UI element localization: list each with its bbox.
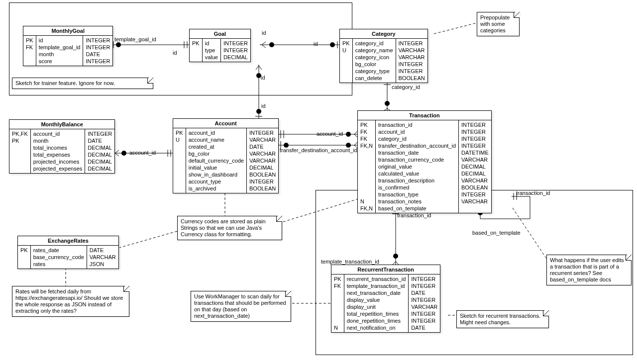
svg-line-12 — [256, 66, 259, 70]
entity-title: RecurrentTransaction — [331, 265, 440, 274]
edge-label: id — [261, 103, 266, 109]
entity-title: Category — [340, 29, 427, 39]
entity-monthlygoal: MonthlyGoalPKFK idtemplate_goal_idmonths… — [23, 26, 113, 66]
field-col: transaction_idaccount_idcategory_idtrans… — [376, 120, 459, 213]
note: Sketch for recurrent transactions. Might… — [456, 310, 549, 328]
edge-label: based_on_template — [472, 230, 521, 236]
entity-title: MonthlyBalance — [9, 120, 114, 129]
entity-title: ExchangeRates — [18, 236, 118, 246]
type-col: INTEGERDATEDECIMALDECIMALDECIMALDECIMAL — [85, 129, 114, 173]
svg-point-49 — [393, 254, 398, 259]
edge-label: account_id — [129, 150, 156, 156]
field-col: rates_datebase_currency_coderates — [31, 246, 87, 269]
svg-point-26 — [121, 151, 126, 156]
field-col: category_idcategory_namecategory_iconbg_… — [353, 39, 396, 83]
edge-label: id — [261, 75, 265, 81]
field-col: idtypevalue — [203, 39, 221, 62]
field-col: account_idaccount_namecreated_atbg_color… — [186, 128, 247, 193]
type-col: DATEVARCHARJSON — [87, 246, 118, 269]
svg-line-6 — [262, 42, 266, 45]
svg-line-52 — [434, 23, 477, 34]
svg-point-20 — [385, 101, 390, 106]
edge-label: template_transaction_id — [321, 259, 379, 265]
key-col: PKU — [173, 128, 186, 193]
entity-title: Transaction — [358, 111, 491, 120]
key-col: PKFK N — [331, 274, 344, 332]
entity-category: CategoryPKU category_idcategory_namecate… — [339, 29, 428, 83]
key-col: PK,FKPK — [9, 129, 31, 173]
note: What happens if the user edits a transac… — [546, 255, 632, 285]
svg-line-13 — [259, 66, 262, 70]
field-col: idtemplate_goal_idmonthscore — [36, 36, 84, 66]
key-col: PKU — [340, 39, 353, 83]
edge-label: id — [173, 50, 177, 56]
entity-exchange: ExchangeRatesPK rates_datebase_currency_… — [17, 236, 119, 269]
key-col: PKFK — [23, 36, 36, 66]
edge-label: account_id — [317, 131, 343, 137]
svg-line-7 — [262, 45, 266, 48]
edge-label: category_id — [392, 84, 420, 90]
edge-label: id — [314, 41, 318, 47]
note: Rates will be fetched daily from https:/… — [12, 286, 129, 317]
note: Sketch for trainer feature. Ignore for n… — [12, 78, 153, 89]
svg-point-8 — [269, 42, 274, 47]
note: Currency codes are stored as plain Strin… — [177, 216, 282, 240]
type-col: INTEGERVARCHARDATEVARCHARVARCHARDECIMALB… — [247, 128, 278, 193]
entity-recurrent: RecurrentTransactionPKFK Nrecurrent_tran… — [331, 265, 440, 333]
svg-point-16 — [256, 109, 261, 114]
type-col: INTEGERINTEGERDECIMAL — [221, 39, 250, 62]
edge-label: transaction_id — [516, 190, 550, 196]
type-col: INTEGERINTEGERDATEINTEGER — [83, 36, 112, 66]
field-col: recurrent_transaction_idtemplate_transac… — [344, 274, 409, 332]
entity-goal: GoalPK idtypevalueINTEGERINTEGERDECIMAL — [189, 29, 251, 62]
type-col: INTEGERVARCHARVARCHARINTEGERINTEGERBOOLE… — [396, 39, 427, 83]
field-col: account_idmonthtotal_incomestotal_expens… — [31, 129, 85, 173]
entity-title: MonthlyGoal — [23, 26, 112, 36]
entity-account: AccountPKU account_idaccount_namecreated… — [173, 118, 279, 193]
svg-line-24 — [115, 150, 119, 153]
edge-label: id — [262, 30, 266, 36]
key-col: PK — [18, 246, 31, 269]
svg-line-59 — [277, 199, 358, 224]
entity-transaction: TransactionPKFKFKFK,N NFK,Ntransaction_i… — [357, 110, 492, 213]
edge-label: template_goal_id — [114, 36, 156, 42]
svg-line-54 — [119, 231, 177, 248]
edge-label: transfer_destination_account_id — [280, 147, 357, 153]
note: Use WorkManager to scan daily for transa… — [191, 291, 291, 322]
note: Prepopulate with some categories — [477, 12, 520, 36]
svg-line-25 — [115, 153, 119, 156]
key-col: PKFKFKFK,N NFK,N — [358, 120, 376, 213]
type-col: INTEGERINTEGERINTEGERINTEGERDATETIMEVARC… — [459, 120, 491, 213]
edge-label: transaction_id — [397, 212, 431, 218]
svg-point-10 — [330, 42, 335, 47]
type-col: INTEGERINTEGERDATEINTEGERVARCHARINTEGERI… — [409, 274, 440, 332]
svg-point-2 — [116, 42, 121, 47]
svg-point-32 — [346, 132, 351, 137]
key-col: PK — [190, 39, 203, 62]
entity-monthlybal: MonthlyBalancePK,FKPK account_idmonthtot… — [9, 119, 115, 174]
entity-title: Goal — [190, 29, 250, 39]
entity-title: Account — [173, 119, 278, 128]
